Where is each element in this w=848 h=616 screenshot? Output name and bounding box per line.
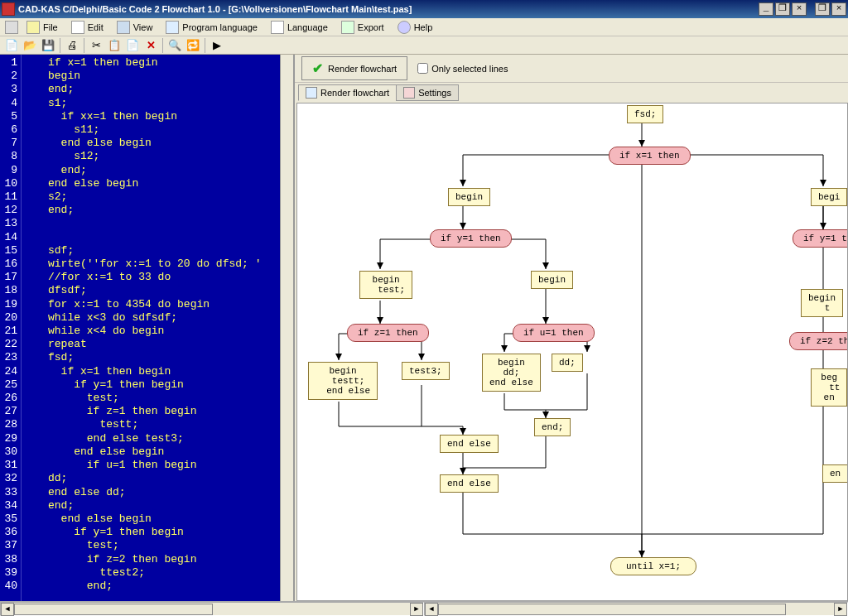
tab-render-flowchart[interactable]: Render flowchart bbox=[298, 84, 397, 101]
svg-marker-34 bbox=[501, 345, 508, 352]
scroll-right-icon[interactable]: ► bbox=[410, 603, 423, 616]
app-small-icon bbox=[5, 21, 18, 34]
svg-marker-5 bbox=[460, 180, 466, 186]
svg-marker-10 bbox=[460, 223, 466, 229]
export-icon bbox=[341, 21, 354, 34]
fc-if-x1: if x=1 then bbox=[609, 147, 691, 165]
titlebar: CAD-KAS C/Delphi/Basic Code 2 Flowchart … bbox=[0, 0, 848, 18]
canvas-scroll-right-icon[interactable]: ► bbox=[834, 603, 847, 616]
minimize-button[interactable]: _ bbox=[759, 2, 773, 16]
canvas-hscrollbar[interactable]: ◄ ► bbox=[424, 602, 848, 616]
fc-if-y1-right: if y=1 th bbox=[793, 229, 848, 248]
svg-marker-42 bbox=[542, 411, 549, 418]
fc-if-z1: if z=1 then bbox=[347, 324, 429, 342]
check-icon: ✔ bbox=[312, 60, 323, 76]
main-area: 1 2 3 4 5 6 7 8 9 10 11 12 13 14 15 16 1… bbox=[0, 55, 848, 601]
only-selected-input[interactable] bbox=[417, 63, 428, 74]
fc-begin-mid: begin bbox=[531, 271, 573, 289]
settings-tab-icon bbox=[403, 87, 415, 99]
svg-marker-8 bbox=[820, 180, 826, 186]
fc-beg-right: beg tt en bbox=[811, 368, 847, 407]
svg-marker-31 bbox=[542, 317, 549, 324]
view-icon bbox=[117, 21, 130, 34]
code-hscroll-thumb[interactable] bbox=[14, 604, 213, 615]
cut-button[interactable]: ✂ bbox=[88, 37, 104, 54]
right-pane: ✔ Render flowchart Only selected lines R… bbox=[295, 55, 848, 601]
restore-button[interactable]: ❐ bbox=[775, 2, 790, 16]
svg-marker-1 bbox=[638, 140, 645, 147]
fc-begin-test: begin test; bbox=[359, 271, 412, 299]
flowchart-lines bbox=[297, 103, 847, 600]
fc-begin-left: begin bbox=[448, 188, 490, 206]
svg-marker-55 bbox=[820, 223, 826, 229]
line-gutter: 1 2 3 4 5 6 7 8 9 10 11 12 13 14 15 16 1… bbox=[0, 55, 22, 601]
render-flowchart-button[interactable]: ✔ Render flowchart bbox=[301, 56, 407, 80]
svg-marker-21 bbox=[335, 354, 342, 360]
fc-if-z2: if z=2 th bbox=[789, 332, 848, 350]
fc-if-u1: if u=1 then bbox=[513, 324, 595, 342]
svg-marker-53 bbox=[638, 551, 645, 557]
print-button[interactable]: 🖨 bbox=[64, 37, 80, 54]
svg-marker-47 bbox=[460, 468, 466, 474]
paste-button[interactable]: 📄 bbox=[124, 37, 141, 54]
file-icon bbox=[26, 21, 40, 34]
menubar: File Edit View Program language Language… bbox=[0, 18, 848, 36]
right-toolbar: ✔ Render flowchart Only selected lines bbox=[295, 55, 848, 83]
svg-marker-16 bbox=[542, 262, 549, 269]
fc-fsd: fsd; bbox=[627, 105, 663, 123]
run-button[interactable]: ▶ bbox=[209, 37, 225, 54]
fc-dd: dd; bbox=[552, 354, 583, 372]
menu-file[interactable]: File bbox=[22, 19, 63, 36]
code-hscrollbar[interactable]: ◄ ► bbox=[0, 602, 424, 616]
svg-marker-24 bbox=[418, 354, 425, 360]
only-selected-checkbox[interactable]: Only selected lines bbox=[417, 63, 508, 74]
open-button[interactable]: 📂 bbox=[22, 37, 38, 54]
fc-until: until x=1; bbox=[610, 557, 696, 575]
new-button[interactable]: 📄 bbox=[3, 37, 20, 54]
code-vscrollbar[interactable] bbox=[280, 55, 293, 601]
window-title: CAD-KAS C/Delphi/Basic Code 2 Flowchart … bbox=[18, 4, 759, 14]
scroll-left-icon[interactable]: ◄ bbox=[1, 603, 14, 616]
code-editor[interactable]: 1 2 3 4 5 6 7 8 9 10 11 12 13 14 15 16 1… bbox=[0, 55, 295, 601]
menu-help[interactable]: Help bbox=[393, 19, 438, 36]
fc-endelse1: end else bbox=[440, 435, 499, 453]
fc-begdd: begin dd; end else bbox=[482, 354, 541, 392]
right-tabs: Render flowchart Settings bbox=[295, 83, 848, 101]
doc-restore-button[interactable]: ❐ bbox=[815, 2, 830, 16]
close-button[interactable]: × bbox=[792, 2, 807, 16]
copy-button[interactable]: 📋 bbox=[106, 37, 123, 54]
fc-test3: test3; bbox=[402, 362, 450, 380]
proglang-icon bbox=[166, 21, 179, 34]
svg-marker-37 bbox=[584, 345, 590, 352]
menu-view[interactable]: View bbox=[112, 19, 158, 36]
fc-begin-right-edge: begi bbox=[811, 188, 847, 206]
code-text[interactable]: if x=1 then begin begin end; s1; if xx=1… bbox=[22, 55, 280, 601]
fc-en-right: en bbox=[822, 464, 848, 483]
doc-close-button[interactable]: × bbox=[831, 2, 846, 16]
svg-marker-18 bbox=[377, 317, 383, 324]
bottom-scrollbar-row: ◄ ► ◄ ► bbox=[0, 601, 848, 616]
fc-begin-right: begin t bbox=[801, 289, 843, 317]
menu-program-language[interactable]: Program language bbox=[161, 19, 263, 36]
svg-marker-13 bbox=[377, 262, 383, 269]
canvas-scroll-left-icon[interactable]: ◄ bbox=[425, 603, 438, 616]
canvas-hscroll-thumb[interactable] bbox=[438, 604, 786, 615]
replace-button[interactable]: 🔁 bbox=[185, 37, 201, 54]
menu-export[interactable]: Export bbox=[336, 19, 389, 36]
fc-end1: end; bbox=[534, 418, 571, 436]
app-icon bbox=[2, 2, 15, 16]
fc-endelse2: end else bbox=[440, 474, 499, 493]
find-button[interactable]: 🔍 bbox=[166, 37, 183, 54]
lang-icon bbox=[271, 21, 284, 34]
menu-language[interactable]: Language bbox=[266, 19, 333, 36]
save-button[interactable]: 💾 bbox=[40, 37, 56, 54]
fc-testt: begin testt; end else bbox=[308, 362, 378, 400]
menu-edit[interactable]: Edit bbox=[66, 19, 108, 36]
help-icon bbox=[398, 21, 411, 34]
toolbar: 📄 📂 💾 🖨 ✂ 📋 📄 ✕ 🔍 🔁 ▶ bbox=[0, 36, 848, 55]
tab-settings[interactable]: Settings bbox=[396, 84, 459, 101]
edit-icon bbox=[71, 21, 84, 34]
render-tab-icon bbox=[306, 87, 317, 99]
delete-button[interactable]: ✕ bbox=[142, 37, 159, 54]
flowchart-canvas[interactable]: fsd; if x=1 then begin begi if y=1 then … bbox=[296, 103, 848, 601]
